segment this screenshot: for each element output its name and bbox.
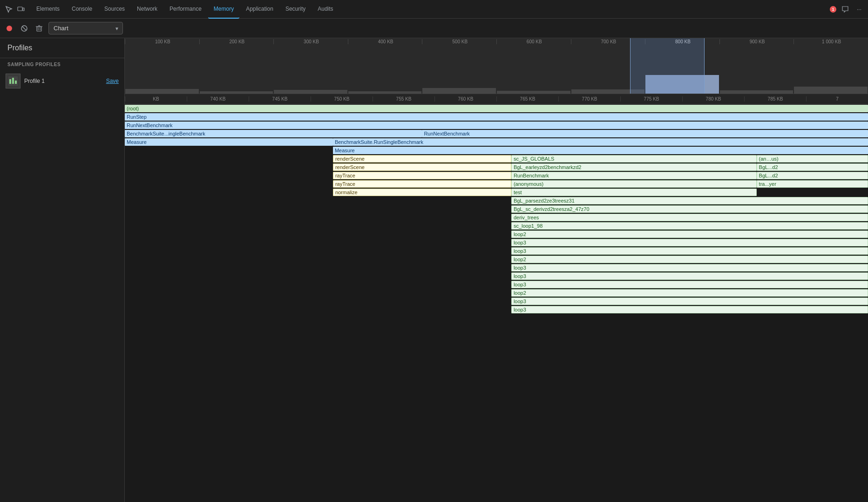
chart-select[interactable]: Chart Heavy (Bottom Up) Tree (Top Down) … (48, 22, 123, 34)
flame-cell-bgl-earley[interactable]: BgL_earleyzd2benchmarkzd2 (511, 163, 757, 171)
flame-cell-loop2-2[interactable]: loop2 (511, 256, 868, 263)
flame-row: Measure (125, 146, 868, 155)
ruler-tick-0: 100 KB (125, 39, 199, 44)
flame-cell-bgl-sc-deriv[interactable]: BgL_sc_derivzd2treesza2_47z70 (511, 205, 868, 213)
profile-item[interactable]: Profile 1 Save (0, 71, 124, 91)
flame-row: (root) (125, 104, 868, 113)
flame-cell-runbenchmark[interactable]: RunBenchmark (511, 172, 757, 179)
detail-ruler: KB 740 KB 745 KB 750 KB 755 KB 760 KB 76… (125, 94, 868, 104)
flame-cell-anonymous[interactable]: (anonymous) (511, 180, 757, 188)
flame-cell-loop2-3[interactable]: loop2 (511, 289, 868, 297)
flame-cell-measure2[interactable]: Measure (333, 147, 868, 154)
flame-cell-runstep[interactable]: RunStep (125, 113, 868, 121)
flame-cell-sc-js-globals[interactable]: sc_JS_GLOBALS (511, 155, 757, 163)
flame-cell-measure1[interactable]: Measure (125, 138, 333, 146)
flame-row: loop2 (125, 255, 868, 264)
flame-cell-sc-loop1[interactable]: sc_loop1_98 (511, 222, 868, 230)
more-icon[interactable]: ··· (854, 4, 864, 14)
tab-network[interactable]: Network (131, 0, 163, 19)
flame-cell-loop3-7[interactable]: loop3 (511, 306, 868, 313)
overview-chart[interactable]: 100 KB 200 KB 300 KB 400 KB 500 KB 600 K… (125, 38, 868, 94)
tab-application[interactable]: Application (240, 0, 279, 19)
sidebar: Profiles SAMPLING PROFILES Profile 1 Sav… (0, 38, 125, 502)
flame-cell-runnextbenchmark[interactable]: RunNextBenchmark (125, 122, 868, 129)
tab-performance[interactable]: Performance (164, 0, 207, 19)
flame-chart[interactable]: (root) RunStep RunNextBenchmark Benchmar… (125, 104, 868, 502)
tab-elements[interactable]: Elements (31, 0, 65, 19)
delete-button[interactable] (34, 23, 45, 34)
feedback-icon[interactable] (840, 4, 850, 14)
flame-row: RunStep (125, 113, 868, 121)
svg-rect-11 (9, 79, 11, 84)
record-button[interactable] (4, 23, 15, 34)
flame-row: loop3 (125, 264, 868, 272)
flame-cell-loop3-1[interactable]: loop3 (511, 239, 868, 246)
flame-row: BgL_sc_derivzd2treesza2_47z70 (125, 205, 868, 213)
tab-console[interactable]: Console (66, 0, 98, 19)
flame-cell-deriv-trees[interactable]: deriv_trees (511, 214, 868, 221)
flame-cell-trayer[interactable]: tra...yer (757, 180, 868, 188)
sidebar-title: Profiles (0, 38, 124, 58)
flame-cell-bgld2-1[interactable]: BgL...d2 (757, 163, 868, 171)
overview-bar (348, 91, 422, 94)
error-dot: 1 (830, 6, 836, 13)
flame-row: loop3 (125, 238, 868, 247)
sidebar-section-title: SAMPLING PROFILES (0, 58, 124, 71)
clear-button[interactable] (19, 23, 30, 34)
tab-memory[interactable]: Memory (208, 0, 239, 19)
flame-cell-loop3-5[interactable]: loop3 (511, 281, 868, 288)
overview-bar (200, 91, 273, 94)
flame-cell-test[interactable]: test (511, 189, 757, 196)
tab-security[interactable]: Security (280, 0, 311, 19)
flame-cell-loop3-6[interactable]: loop3 (511, 298, 868, 305)
flame-cell-loop3-3[interactable]: loop3 (511, 264, 868, 271)
flame-cell-runnext2[interactable]: RunNextBenchmark (422, 130, 868, 137)
flame-cell-bgld2-2[interactable]: BgL...d2 (757, 172, 868, 179)
tab-sources[interactable]: Sources (99, 0, 130, 19)
flame-cell-raytrace1[interactable]: rayTrace (333, 172, 511, 179)
flame-cell-loop3-4[interactable]: loop3 (511, 272, 868, 280)
flame-cell-renderscene2[interactable]: renderScene (333, 163, 511, 171)
inspect-icon[interactable] (4, 4, 14, 14)
ruler-tick-2: 300 KB (273, 39, 348, 44)
flame-row: loop2 (125, 230, 868, 238)
detail-tick-1: 740 KB (187, 96, 249, 102)
tab-audits[interactable]: Audits (312, 0, 339, 19)
svg-line-4 (22, 27, 26, 30)
tab-bar-right: 1 ··· (830, 4, 864, 14)
flame-row: renderScene BgL_earleyzd2benchmarkzd2 Bg… (125, 163, 868, 171)
flame-cell-benchmarksuite-short[interactable]: BenchmarkSuite...ingleBenchmark (125, 130, 422, 137)
flame-cell-renderscene1[interactable]: renderScene (333, 155, 511, 163)
flame-row: loop3 (125, 247, 868, 255)
detail-tick-2: 745 KB (249, 96, 311, 102)
main-layout: Profiles SAMPLING PROFILES Profile 1 Sav… (0, 38, 868, 502)
overview-bar (125, 89, 199, 94)
flame-cell-normalize[interactable]: normalize (333, 189, 511, 196)
flame-cell-anon1[interactable]: (an…us) (757, 155, 868, 163)
flame-row: rayTrace (anonymous) tra...yer (125, 180, 868, 188)
overview-bars-area (125, 47, 868, 94)
flame-cell-loop2-1[interactable]: loop2 (511, 231, 868, 238)
flame-row: RunNextBenchmark (125, 121, 868, 129)
device-icon[interactable] (16, 4, 26, 14)
profile-save-link[interactable]: Save (106, 78, 119, 84)
flame-cell-bgl-parsezd[interactable]: BgL_parsezd2ze3treesz31 (511, 197, 868, 204)
detail-tick-4: 755 KB (373, 96, 434, 102)
flame-cell-loop3-2[interactable]: loop3 (511, 247, 868, 255)
flame-row: loop2 (125, 289, 868, 297)
svg-point-2 (7, 26, 12, 31)
detail-tick-0: KB (125, 96, 187, 102)
svg-rect-0 (18, 7, 22, 11)
chart-area: 100 KB 200 KB 300 KB 400 KB 500 KB 600 K… (125, 38, 868, 502)
overview-bar (274, 90, 347, 94)
flame-cell-root[interactable]: (root) (125, 105, 868, 112)
toolbar: Chart Heavy (Bottom Up) Tree (Top Down) … (0, 19, 868, 38)
ruler-tick-5: 600 KB (496, 39, 571, 44)
flame-row: loop3 (125, 280, 868, 289)
flame-cell-benchmarksuite-full[interactable]: BenchmarkSuite.RunSingleBenchmark (333, 138, 868, 146)
flame-cell-raytrace2[interactable]: rayTrace (333, 180, 511, 188)
overview-ruler: 100 KB 200 KB 300 KB 400 KB 500 KB 600 K… (125, 38, 868, 47)
svg-rect-12 (12, 78, 14, 84)
profile-name: Profile 1 (24, 78, 102, 84)
error-badge[interactable]: 1 (830, 6, 836, 13)
